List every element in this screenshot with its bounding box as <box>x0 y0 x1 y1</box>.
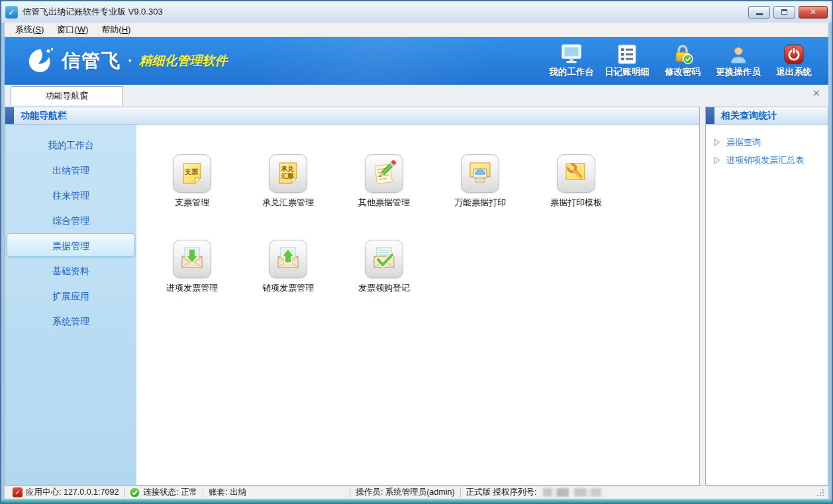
license-status: 正式版 授权序列号: <box>461 487 607 498</box>
operator-status: 操作员: 系统管理员(admin) <box>350 487 460 498</box>
connection-status: 连接状态: 正常 <box>124 487 203 498</box>
triangle-bullet-icon <box>714 156 720 164</box>
restore-button[interactable] <box>773 6 795 19</box>
navigation-region: 功能导航栏 我的工作台 出纳管理 往来管理 综合管理 票据管理 基础资料 扩展应… <box>5 107 700 485</box>
journal-detail-label: 日记账明细 <box>605 66 650 78</box>
brand: 信管飞 · 精细化管理软件 <box>24 47 227 75</box>
user-icon <box>728 44 748 64</box>
exit-system-button[interactable]: 退出系统 <box>771 44 816 78</box>
other-bills-item[interactable]: 其他票据管理 <box>346 154 422 209</box>
window-title: 信管飞出纳记账软件专业版 V9.0.303 <box>23 6 748 18</box>
window-controls: ✕ <box>748 6 828 19</box>
switch-operator-button[interactable]: 更换操作员 <box>716 44 761 78</box>
sidebar-item-my-workbench[interactable]: 我的工作台 <box>7 132 135 156</box>
journal-icon <box>617 44 637 64</box>
invoice-purchase-register-item[interactable]: 发票领购登记 <box>346 240 422 294</box>
title-bar: ✓ 信管飞出纳记账软件专业版 V9.0.303 ✕ <box>1 1 832 23</box>
note-pencil-icon <box>365 154 403 193</box>
related-query-region: 相关查询统计 票据查询 进项销项发票汇总表 <box>705 107 828 485</box>
acceptance-note-icon: 承兑 汇票 <box>269 154 307 193</box>
brand-header: 信管飞 · 精细化管理软件 我的工作台 <box>5 37 828 85</box>
svg-text:承兑: 承兑 <box>281 165 295 172</box>
restore-icon <box>781 9 787 15</box>
section-accent-bar <box>706 107 714 124</box>
wrench-template-icon <box>557 154 595 193</box>
brand-logo-icon <box>24 47 55 75</box>
icon-label: 其他票据管理 <box>358 197 410 209</box>
input-invoice-item[interactable]: 进项发票管理 <box>154 240 230 294</box>
invoice-register-icon <box>365 240 403 278</box>
status-bar: ✓ 应用中心: 127.0.0.1:7092 连接状态: 正常 账套: 出纳 操… <box>5 485 828 499</box>
icon-row-1: 支票 支票管理 承兑 <box>154 154 699 209</box>
brand-separator: · <box>128 52 132 70</box>
icon-label: 票据打印模板 <box>550 197 602 209</box>
svg-text:支票: 支票 <box>184 168 199 176</box>
check-note-icon: 支票 <box>173 154 211 193</box>
my-workbench-button[interactable]: 我的工作台 <box>549 44 594 78</box>
app-frame: 系统(S) 窗口(W) 帮助(H) 信管飞 · 精细化管理软件 <box>1 23 832 499</box>
tab-close-icon[interactable]: ✕ <box>812 88 820 98</box>
app-center-status: ✓ 应用中心: 127.0.0.1:7092 <box>7 487 124 498</box>
app-window: ✓ 信管飞出纳记账软件专业版 V9.0.303 ✕ 系统(S) 窗口(W) 帮助… <box>0 0 833 504</box>
app-center-icon: ✓ <box>13 487 23 497</box>
menu-help[interactable]: 帮助(H) <box>95 23 137 37</box>
change-password-label: 修改密码 <box>665 66 701 78</box>
sidebar: 我的工作台 出纳管理 往来管理 综合管理 票据管理 基础资料 扩展应用 系统管理 <box>5 125 136 485</box>
sidebar-item-contacts[interactable]: 往来管理 <box>7 183 135 207</box>
icon-label: 万能票据打印 <box>454 197 506 209</box>
related-body: 票据查询 进项销项发票汇总表 <box>706 125 828 485</box>
sidebar-item-system[interactable]: 系统管理 <box>7 309 135 332</box>
icon-row-2: 进项发票管理 <box>154 240 699 294</box>
serial-number-redacted <box>543 488 601 497</box>
switch-operator-label: 更换操作员 <box>716 66 761 78</box>
account-set-status: 账套: 出纳 <box>203 487 252 498</box>
menu-bar: 系统(S) 窗口(W) 帮助(H) <box>5 23 828 37</box>
sidebar-item-extensions[interactable]: 扩展应用 <box>7 283 135 307</box>
sidebar-item-bills[interactable]: 票据管理 <box>7 233 135 257</box>
tab-function-navigation[interactable]: 功能导航窗 <box>11 86 123 105</box>
journal-detail-button[interactable]: 日记账明细 <box>605 44 650 78</box>
connection-ok-icon <box>130 487 140 497</box>
region-divider <box>700 107 705 485</box>
app-logo-icon: ✓ <box>5 6 18 19</box>
universal-print-item[interactable]: 万能票据打印 <box>442 154 518 209</box>
related-section-title: 相关查询统计 <box>714 107 828 124</box>
svg-text:汇票: 汇票 <box>281 172 295 179</box>
acceptance-bill-item[interactable]: 承兑 汇票 承兑汇票管理 <box>250 154 326 209</box>
minimize-icon <box>756 13 763 15</box>
link-bill-query[interactable]: 票据查询 <box>706 133 828 151</box>
icon-label: 进项发票管理 <box>166 282 218 294</box>
brand-tagline: 精细化管理软件 <box>139 52 227 70</box>
section-accent-bar <box>5 107 14 124</box>
password-lock-icon <box>672 44 693 64</box>
power-icon <box>784 44 804 64</box>
print-template-item[interactable]: 票据打印模板 <box>538 154 614 209</box>
minimize-button[interactable] <box>748 6 770 19</box>
close-button[interactable]: ✕ <box>799 6 828 19</box>
main-area: 支票 支票管理 承兑 <box>136 125 699 485</box>
change-password-button[interactable]: 修改密码 <box>660 44 705 78</box>
icon-label: 发票领购登记 <box>358 282 410 294</box>
invoice-in-icon <box>173 240 211 278</box>
exit-system-label: 退出系统 <box>776 66 812 78</box>
icon-label: 销项发票管理 <box>262 282 314 294</box>
close-icon: ✕ <box>810 7 816 17</box>
output-invoice-item[interactable]: 销项发票管理 <box>250 240 326 294</box>
icon-label: 支票管理 <box>175 197 209 209</box>
sidebar-item-comprehensive[interactable]: 综合管理 <box>7 208 135 232</box>
check-management-item[interactable]: 支票 支票管理 <box>154 154 230 209</box>
sidebar-item-cashier[interactable]: 出纳管理 <box>7 158 135 181</box>
link-invoice-summary[interactable]: 进项销项发票汇总表 <box>706 151 828 169</box>
menu-system[interactable]: 系统(S) <box>9 23 50 37</box>
sidebar-item-basic-data[interactable]: 基础资料 <box>7 258 135 282</box>
window-bottom-edge <box>1 499 832 503</box>
nav-section-header: 功能导航栏 <box>5 107 699 125</box>
invoice-out-icon <box>269 240 307 278</box>
menu-window[interactable]: 窗口(W) <box>50 23 95 37</box>
tab-strip: 功能导航窗 ✕ <box>5 85 828 105</box>
resize-grip[interactable] <box>816 489 824 497</box>
icon-label: 承兑汇票管理 <box>262 197 314 209</box>
triangle-bullet-icon <box>714 138 720 146</box>
related-section-header: 相关查询统计 <box>706 107 828 125</box>
printer-icon <box>461 154 499 193</box>
